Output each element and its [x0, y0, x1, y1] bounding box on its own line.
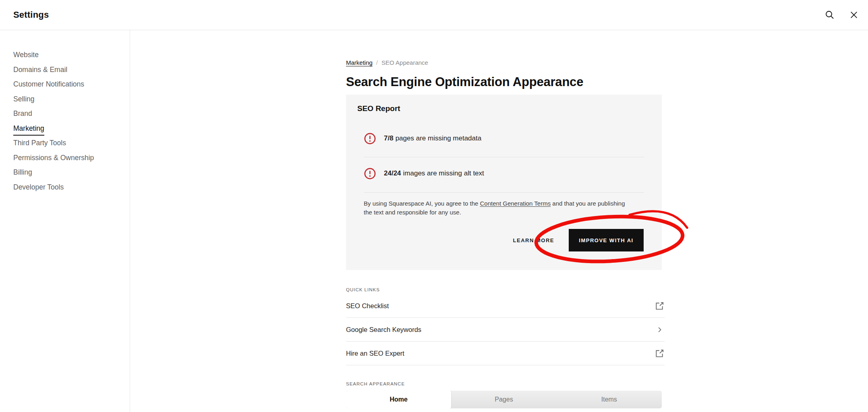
settings-sidebar: Website Domains & Email Customer Notific…: [0, 30, 130, 412]
quick-link-seo-checklist[interactable]: SEO Checklist: [346, 294, 665, 318]
warning-count: 7/8: [384, 134, 394, 142]
search-appearance-tabs: Home Pages Items: [346, 391, 662, 408]
learn-more-button[interactable]: LEARN MORE: [513, 237, 554, 243]
quick-link-label: Google Search Keywords: [346, 326, 421, 334]
tab-home[interactable]: Home: [346, 391, 451, 408]
sidebar-item-label: Developer Tools: [13, 180, 64, 195]
close-button[interactable]: [849, 10, 859, 20]
sidebar-item-domains-email[interactable]: Domains & Email: [13, 62, 130, 77]
page-title-settings: Settings: [13, 10, 49, 20]
warning-text: 7/8pages are missing metadata: [384, 134, 481, 142]
warning-count: 24/24: [384, 169, 401, 177]
warning-text: 24/24images are missing alt text: [384, 169, 484, 177]
divider: [364, 192, 644, 193]
page-title: Search Engine Optimization Appearance: [346, 74, 662, 91]
breadcrumb-marketing-link[interactable]: Marketing: [346, 59, 373, 66]
quick-link-hire-seo-expert[interactable]: Hire an SEO Expert: [346, 342, 665, 365]
sidebar-item-label: Brand: [13, 106, 32, 121]
sidebar-item-selling[interactable]: Selling: [13, 92, 130, 107]
alert-circle-icon: [364, 167, 376, 180]
sidebar-item-developer-tools[interactable]: Developer Tools: [13, 180, 130, 195]
topbar-actions: [824, 10, 859, 20]
search-button[interactable]: [824, 10, 835, 20]
search-appearance-heading: SEARCH APPEARANCE: [346, 381, 662, 387]
sidebar-item-label: Third Party Tools: [13, 136, 66, 150]
sidebar-item-label: Customer Notifications: [13, 77, 84, 92]
alert-circle-icon: [364, 132, 376, 145]
warning-row-alt-text: 24/24images are missing alt text: [364, 167, 644, 180]
report-actions: LEARN MORE IMPROVE WITH AI: [513, 228, 644, 252]
warning-row-metadata: 7/8pages are missing metadata: [364, 132, 644, 145]
quick-link-label: Hire an SEO Expert: [346, 350, 404, 357]
sidebar-item-label: Selling: [13, 92, 35, 107]
seo-report-card: SEO Report 7/8pages are missing metadata: [346, 95, 662, 270]
breadcrumb-current: SEO Appearance: [381, 59, 428, 66]
improve-with-ai-button[interactable]: IMPROVE WITH AI: [569, 229, 644, 251]
top-bar: Settings: [0, 0, 868, 30]
settings-window: Settings Website Domains & Email Custome…: [0, 0, 868, 412]
chevron-right-icon: [654, 324, 665, 335]
warning-message: pages are missing metadata: [396, 134, 482, 142]
ai-terms-text: By using Squarespace AI, you agree to th…: [364, 199, 628, 217]
breadcrumb-separator: /: [376, 59, 378, 66]
terms-prefix: By using Squarespace AI, you agree to th…: [364, 200, 480, 207]
external-link-icon: [654, 348, 665, 358]
sidebar-item-label: Permissions & Ownership: [13, 150, 94, 165]
quick-link-label: SEO Checklist: [346, 302, 389, 310]
sidebar-item-billing[interactable]: Billing: [13, 165, 130, 180]
sidebar-item-customer-notifications[interactable]: Customer Notifications: [13, 77, 130, 92]
sidebar-item-website[interactable]: Website: [13, 47, 130, 62]
divider: [364, 157, 644, 157]
close-icon: [849, 10, 858, 19]
search-icon: [825, 10, 835, 20]
main-panel: Marketing / SEO Appearance Search Engine…: [346, 30, 662, 408]
quick-links-list: SEO Checklist Google Search Keywords: [346, 294, 665, 365]
tab-items[interactable]: Items: [557, 391, 662, 408]
seo-report-title: SEO Report: [357, 104, 400, 113]
content-generation-terms-link[interactable]: Content Generation Terms: [480, 200, 551, 207]
tab-pages[interactable]: Pages: [451, 391, 556, 408]
external-link-icon: [654, 301, 665, 311]
sidebar-item-label: Domains & Email: [13, 62, 67, 77]
sidebar-item-label: Website: [13, 47, 39, 62]
sidebar-item-brand[interactable]: Brand: [13, 106, 130, 121]
sidebar-item-marketing[interactable]: Marketing: [13, 121, 130, 136]
sidebar-item-label: Marketing: [13, 122, 44, 136]
sidebar-item-permissions-ownership[interactable]: Permissions & Ownership: [13, 150, 130, 165]
quick-link-google-search-keywords[interactable]: Google Search Keywords: [346, 318, 665, 342]
quick-links-heading: QUICK LINKS: [346, 287, 662, 293]
sidebar-item-label: Billing: [13, 165, 32, 180]
breadcrumb: Marketing / SEO Appearance: [346, 59, 662, 67]
warning-message: images are missing alt text: [403, 169, 484, 177]
sidebar-item-third-party-tools[interactable]: Third Party Tools: [13, 136, 130, 150]
